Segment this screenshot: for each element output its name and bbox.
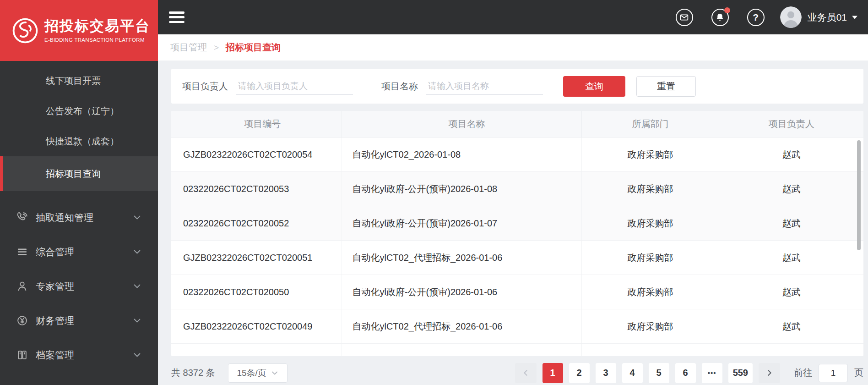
page-button-3[interactable]: 3: [596, 363, 616, 383]
cell-department: 政府采购部: [582, 241, 720, 275]
sidebar-item-label: 综合管理: [36, 246, 74, 258]
cell-project-name: 自动化ylCT02_代理招标_2026-01-06: [342, 241, 581, 275]
username: 业务员01: [808, 11, 847, 24]
page-size-select[interactable]: 15条/页: [228, 363, 288, 383]
cell-owner: 赵武: [719, 241, 863, 275]
cell-project-name: 自动化yl政府-公开(预审)2026-01-06: [342, 275, 581, 309]
table-row[interactable]: 02322026CT02CT020050自动化yl政府-公开(预审)2026-0…: [171, 275, 863, 309]
column-header-0: 项目编号: [171, 111, 342, 137]
sidebar-item-label: 档案管理: [36, 349, 74, 362]
brand: 招投标交易平台 E-BIDDING TRANSACTION PLATFORM: [0, 0, 158, 61]
sidebar-item-7[interactable]: 财务管理: [0, 303, 158, 338]
chevron-down-icon: [133, 248, 141, 256]
sidebar-item-4[interactable]: 抽取通知管理: [0, 200, 158, 235]
breadcrumb-parent[interactable]: 项目管理: [170, 41, 207, 54]
column-header-2: 所属部门: [582, 111, 720, 137]
sidebar-item-label: 招标项目查询: [46, 168, 101, 180]
sidebar: 招投标交易平台 E-BIDDING TRANSACTION PLATFORM 线…: [0, 0, 158, 385]
topbar-actions: ? 业务员01: [657, 6, 858, 28]
table-body: GJZB02322026CT02CT020054自动化ylCT02_2026-0…: [171, 138, 863, 356]
mail-icon[interactable]: [676, 9, 693, 26]
cell-empty: [171, 344, 342, 356]
pagination-bar: 共 8372 条 15条/页 123456•••559: [171, 363, 863, 383]
sidebar-item-6[interactable]: 专家管理: [0, 269, 158, 303]
page-buttons: 123456•••559: [537, 363, 753, 383]
page-unit-label: 页: [854, 367, 863, 379]
project-name-field-label: 项目名称: [381, 80, 418, 93]
cell-department: 政府采购部: [582, 275, 720, 309]
list-icon: [16, 246, 28, 258]
avatar: [780, 6, 802, 28]
cell-department: 政府采购部: [582, 172, 720, 206]
cell-owner: 赵武: [719, 309, 863, 343]
goto-page: 前往 页: [794, 364, 863, 382]
page-button-4[interactable]: 4: [622, 363, 643, 383]
user-menu[interactable]: 业务员01: [780, 6, 858, 28]
finance-yuan-icon: [16, 315, 28, 326]
next-page-button[interactable]: [759, 363, 780, 383]
total-count: 共 8372 条: [171, 367, 215, 379]
chevron-down-icon: [133, 316, 141, 325]
column-header-1: 项目名称: [342, 111, 581, 137]
table-row[interactable]: GJZB02322026CT02CT020049自动化ylCT02_代理招标_2…: [171, 309, 863, 344]
prev-page-button[interactable]: [515, 363, 537, 383]
sidebar-item-5[interactable]: 综合管理: [0, 235, 158, 269]
brand-title: 招投标交易平台: [44, 18, 150, 34]
cell-project-name: 自动化ylCT02_代理招标_2026-01-06: [342, 309, 581, 343]
sidebar-item-label: 抽取通知管理: [36, 211, 93, 224]
brand-text: 招投标交易平台 E-BIDDING TRANSACTION PLATFORM: [44, 18, 150, 42]
page-button-2[interactable]: 2: [569, 363, 590, 383]
table-row[interactable]: 02322026CT02CT020052自动化yl政府-公开(预审)2026-0…: [171, 206, 863, 241]
owner-input[interactable]: [236, 78, 353, 95]
cell-project-name: 自动化yl政府-公开(预审)2026-01-07: [342, 206, 581, 240]
page-button-1[interactable]: 1: [542, 363, 563, 383]
goto-page-input[interactable]: [819, 364, 848, 382]
cell-department: 政府采购部: [582, 309, 720, 343]
sidebar-item-label: 快捷退款（成套）: [46, 135, 119, 148]
search-form: 项目负责人 项目名称 查询 重置: [171, 69, 863, 104]
page-button-5[interactable]: 5: [649, 363, 669, 383]
pager: 123456•••559 前往 页: [515, 363, 863, 383]
sidebar-item-3[interactable]: 招标项目查询: [0, 156, 158, 191]
content: 项目负责人 项目名称 查询 重置 项目编号项目名称所属部门项目负责人 GJZB0…: [158, 60, 868, 385]
sidebar-item-label: 公告发布（辽宁）: [46, 105, 119, 117]
sidebar-item-0[interactable]: 线下项目开票: [0, 66, 158, 96]
topbar: ? 业务员01: [158, 0, 868, 34]
cell-project-code: GJZB02322026CT02CT020049: [171, 309, 342, 343]
main-area: ? 业务员01: [158, 0, 868, 385]
chevron-down-icon: [271, 369, 278, 377]
brand-logo-icon: [12, 17, 38, 44]
sidebar-item-2[interactable]: 快捷退款（成套）: [0, 126, 158, 156]
sidebar-item-1[interactable]: 公告发布（辽宁）: [0, 96, 158, 126]
app-window: 招投标交易平台 E-BIDDING TRANSACTION PLATFORM 线…: [0, 0, 868, 385]
page-size-value: 15条/页: [237, 367, 266, 379]
table-row[interactable]: GJZB02322026CT02CT020054自动化ylCT02_2026-0…: [171, 138, 863, 172]
column-header-3: 项目负责人: [719, 111, 863, 137]
chevron-down-icon: [133, 213, 141, 222]
caret-down-icon: [852, 15, 858, 20]
projects-table: 项目编号项目名称所属部门项目负责人 GJZB02322026CT02CT0200…: [171, 111, 863, 356]
chevron-down-icon: [133, 351, 141, 359]
help-icon[interactable]: ?: [747, 9, 765, 26]
sidebar-menu: 线下项目开票公告发布（辽宁）快捷退款（成套）招标项目查询抽取通知管理综合管理专家…: [0, 61, 158, 385]
table-row[interactable]: GJZB02322026CT02CT020051自动化ylCT02_代理招标_2…: [171, 241, 863, 275]
page-button-559[interactable]: 559: [728, 363, 753, 383]
sidebar-item-8[interactable]: 档案管理: [0, 338, 158, 372]
cell-owner: 赵武: [719, 138, 863, 171]
phone-icon: [16, 212, 28, 223]
reset-button[interactable]: 重置: [636, 76, 696, 97]
page-button-6[interactable]: 6: [675, 363, 696, 383]
table-scrollbar-thumb[interactable]: [857, 140, 861, 250]
query-button[interactable]: 查询: [563, 76, 625, 97]
archive-icon: [16, 349, 28, 361]
cell-owner: 赵武: [719, 206, 863, 240]
chevron-down-icon: [133, 282, 141, 291]
hamburger-menu-icon[interactable]: [169, 11, 184, 23]
cell-project-name: 自动化yl政府-公开(预审)2026-01-08: [342, 172, 581, 206]
page-ellipsis[interactable]: •••: [702, 363, 722, 383]
cell-department: 政府采购部: [582, 138, 720, 171]
bell-icon[interactable]: [711, 9, 729, 26]
cell-empty: [582, 344, 720, 356]
project-name-input[interactable]: [426, 78, 543, 95]
table-row[interactable]: 02322026CT02CT020053自动化yl政府-公开(预审)2026-0…: [171, 172, 863, 206]
